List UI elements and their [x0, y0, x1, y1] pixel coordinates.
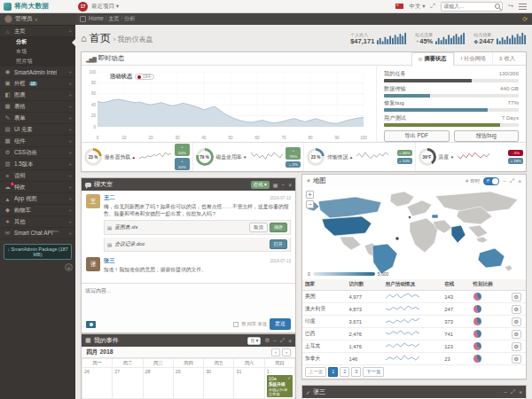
- expand-plus-icon[interactable]: +: [68, 69, 72, 74]
- expand-plus-icon[interactable]: +: [68, 184, 72, 190]
- page-button[interactable]: 3: [351, 367, 361, 377]
- breadcrumb-item[interactable]: 主页: [108, 15, 120, 21]
- language-dropdown[interactable]: 中文 ▾: [409, 3, 425, 11]
- send-button[interactable]: 发送: [270, 318, 291, 330]
- close-icon[interactable]: ×: [519, 389, 522, 395]
- sidebar-item[interactable]: ▥1.5版本+: [0, 159, 75, 170]
- calendar-next-button[interactable]: ›: [282, 348, 291, 356]
- calendar-day-cell[interactable]: 30: [204, 368, 234, 399]
- calendar-event[interactable]: 10a✓系统升级未确认的提交审核: [267, 375, 293, 397]
- expand-plus-icon[interactable]: +: [68, 28, 72, 34]
- sidebar-item[interactable]: ▣外框18+: [0, 78, 75, 90]
- calendar-day-cell[interactable]: 27: [113, 368, 143, 399]
- expand-plus-icon[interactable]: +: [68, 115, 72, 121]
- row-settings-button[interactable]: ⚙: [512, 293, 521, 301]
- package-download-button[interactable]: ↓ SmartAdmin Package (187 MB): [4, 244, 72, 260]
- close-icon[interactable]: ×: [288, 182, 292, 188]
- sidebar-item[interactable]: ▤UI 元素+: [0, 124, 75, 136]
- sidebar-item[interactable]: ▦表格+: [0, 101, 75, 113]
- sidebar-subitem[interactable]: 照片墙: [0, 57, 75, 66]
- expand-plus-icon[interactable]: +: [68, 104, 72, 109]
- expand-plus-icon[interactable]: +: [68, 207, 72, 213]
- sidebar-item[interactable]: ◧图表+: [0, 90, 75, 101]
- sidebar-subitem[interactable]: 分析: [0, 37, 75, 47]
- collapse-icon[interactable]: −: [273, 338, 277, 344]
- attachment-保存-button[interactable]: 保存: [270, 223, 287, 232]
- expand-plus-icon[interactable]: +: [68, 196, 72, 201]
- logout-icon[interactable]: ↪: [508, 3, 513, 10]
- expand-icon[interactable]: ⤢: [280, 337, 285, 344]
- sidebar-item[interactable]: ∗其他+: [0, 216, 75, 228]
- sidebar-item[interactable]: ▩组件+: [0, 136, 75, 147]
- expand-plus-icon[interactable]: +: [68, 173, 72, 178]
- calendar-day-cell[interactable]: 26: [82, 368, 113, 399]
- page-button[interactable]: 下一页: [363, 367, 384, 377]
- expand-plus-icon[interactable]: +: [68, 231, 72, 236]
- calendar-day-cell[interactable]: 28: [143, 368, 173, 399]
- page-button[interactable]: 2: [340, 367, 349, 377]
- sidebar-collapse-button[interactable]: «: [65, 263, 73, 271]
- attachment-取消-button[interactable]: 取消: [249, 223, 267, 232]
- collapse-icon[interactable]: −: [503, 178, 506, 184]
- row-settings-button[interactable]: ⚙: [512, 330, 521, 339]
- country-link[interactable]: 加拿大: [302, 353, 347, 365]
- search-input[interactable]: [443, 4, 495, 9]
- tab-社会网络[interactable]: f社会网络: [454, 52, 493, 66]
- expand-plus-icon[interactable]: +: [68, 92, 72, 98]
- sidebar-item[interactable]: ✉Smart Chat APIbeta+: [0, 228, 75, 239]
- sidebar-item[interactable]: ▲App 视图+: [0, 193, 75, 205]
- country-link[interactable]: 美国: [302, 291, 347, 303]
- sidebar-item[interactable]: ⚙CSS动画+: [0, 147, 75, 159]
- map-live-toggle[interactable]: 开: [483, 177, 499, 185]
- map-zoom-out-button[interactable]: −: [306, 200, 314, 208]
- camera-icon[interactable]: [86, 321, 96, 328]
- collapse-icon[interactable]: −: [504, 389, 507, 395]
- tab-收入[interactable]: $收入: [492, 52, 521, 66]
- expand-plus-icon[interactable]: +: [68, 81, 72, 86]
- row-settings-button[interactable]: ⚙: [512, 355, 521, 364]
- sidebar-item[interactable]: ◉SmartAdmin Intel+: [0, 66, 75, 78]
- close-icon[interactable]: ×: [288, 338, 292, 344]
- fullscreen-icon[interactable]: ⤢: [431, 3, 436, 10]
- expand-plus-icon[interactable]: +: [68, 161, 72, 167]
- menu-icon[interactable]: [519, 4, 527, 10]
- country-link[interactable]: 澳大利亚: [302, 303, 347, 316]
- chat-status-dropdown[interactable]: 在线 ▾: [251, 181, 270, 189]
- widget-toggle-icon[interactable]: [80, 16, 86, 22]
- expand-icon[interactable]: ⤢: [510, 177, 514, 184]
- calendar-prev-button[interactable]: ‹: [271, 348, 280, 356]
- refresh-icon[interactable]: ⟳: [522, 16, 528, 23]
- expand-plus-icon[interactable]: +: [68, 150, 72, 155]
- sidebar-item[interactable]: ☁5特效+: [0, 182, 75, 193]
- sidebar-subitem[interactable]: 市场: [0, 47, 75, 57]
- sidebar-item[interactable]: ⌂主页+: [0, 26, 75, 37]
- recent-projects-dropdown[interactable]: 最近项目 ▾: [91, 3, 119, 11]
- settings-gear-icon[interactable]: ⚙: [264, 337, 270, 344]
- breadcrumb-item[interactable]: 分析: [124, 15, 136, 21]
- expand-plus-icon[interactable]: +: [68, 127, 72, 132]
- expand-plus-icon[interactable]: +: [68, 138, 72, 144]
- chart-toggle[interactable]: OFF: [135, 74, 154, 80]
- world-map[interactable]: + −: [302, 187, 526, 279]
- close-icon[interactable]: ×: [518, 178, 521, 184]
- row-settings-button[interactable]: ⚙: [512, 342, 521, 351]
- sidebar-item[interactable]: ≡说明+: [0, 170, 75, 182]
- chat-users-icon[interactable]: ▦: [273, 182, 278, 188]
- expand-icon[interactable]: ⤢: [511, 388, 515, 395]
- collapse-icon[interactable]: −: [281, 182, 285, 188]
- breadcrumb-item[interactable]: Home: [89, 15, 104, 21]
- expand-plus-icon[interactable]: +: [68, 219, 72, 224]
- page-button[interactable]: 上一页: [305, 367, 326, 377]
- country-link[interactable]: 巴西: [302, 328, 347, 340]
- calendar-view-select[interactable]: 月 ▾: [247, 337, 261, 345]
- chat-message-input[interactable]: [82, 284, 295, 316]
- page-button[interactable]: 1: [328, 367, 338, 377]
- calendar-day-cell[interactable]: 29: [173, 368, 203, 399]
- calendar-day-cell[interactable]: 110a✓系统升级未确认的提交审核: [264, 368, 294, 399]
- map-zoom-in-button[interactable]: +: [306, 191, 314, 199]
- attachment-打开-button[interactable]: 打开: [270, 239, 287, 249]
- action-button[interactable]: 报告bug: [454, 130, 520, 142]
- search-icon[interactable]: [495, 4, 500, 9]
- row-settings-button[interactable]: ⚙: [512, 317, 521, 326]
- country-link[interactable]: 土耳其: [302, 340, 347, 353]
